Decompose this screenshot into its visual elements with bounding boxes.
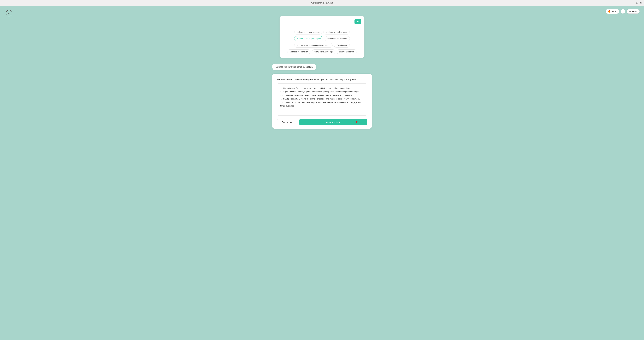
credits-value: 33675 — [612, 10, 617, 12]
main-content: ← 🔥 33675 + ↺ Reset ➤ Agile — [0, 6, 644, 340]
chips-panel: ➤ Agile development process Methods of r… — [280, 16, 364, 58]
regenerate-button[interactable]: Regenerate — [277, 119, 297, 125]
generate-ppt-label: Generate PPT — [326, 121, 340, 124]
app-title: Wondershare EdrawMind — [311, 2, 333, 4]
chip-product-decision[interactable]: Approaches to product decision-making — [294, 43, 332, 48]
result-intro-text: The PPT content outline has been generat… — [277, 78, 367, 81]
send-button[interactable]: ➤ — [354, 19, 361, 24]
chip-animated-ad[interactable]: animated advertisement — [325, 36, 350, 41]
chips-row-1: Agile development process Methods of rea… — [283, 30, 361, 34]
reset-icon: ↺ — [629, 10, 631, 12]
chips-row-3: Approaches to product decision-making Tr… — [283, 43, 361, 48]
messages-area: Sounds fun, let's find some inspiration … — [272, 64, 372, 129]
back-arrow-icon: ← — [8, 11, 10, 15]
chip-learning-program[interactable]: Learning Program — [337, 49, 357, 54]
generate-ppt-button[interactable]: Generate PPT ➤ — [299, 119, 367, 125]
chip-computer-knowledge[interactable]: Computer Knowledge — [312, 49, 335, 54]
send-icon: ➤ — [357, 20, 359, 23]
back-button[interactable]: ← — [6, 10, 12, 16]
chip-methods-promotion[interactable]: Methods of promotion — [287, 49, 310, 54]
chips-grid: Agile development process Methods of rea… — [283, 30, 361, 54]
maximize-button[interactable]: ❐ — [636, 1, 638, 4]
result-content-text: 1. Differentiation: Creating a unique br… — [280, 86, 364, 108]
chip-brand-positioning[interactable]: Brand Positioning Strategies — [294, 36, 323, 41]
titlebar: Wondershare EdrawMind — ❐ ✕ — [0, 0, 644, 6]
chip-travel-guide[interactable]: Travel Guide — [334, 43, 350, 48]
close-button[interactable]: ✕ — [640, 1, 642, 4]
credits-icon: 🔥 — [608, 10, 611, 13]
minimize-button[interactable]: — — [632, 1, 635, 4]
result-buttons: Regenerate Generate PPT ➤ — [277, 119, 367, 125]
search-input[interactable] — [283, 20, 354, 23]
add-credits-button[interactable]: + — [621, 9, 625, 13]
window-controls: — ❐ ✕ — [632, 1, 642, 4]
chips-row-2: Brand Positioning Strategies animated ad… — [283, 36, 361, 41]
user-message-bubble: Sounds fun, let's find some inspiration — [272, 64, 316, 70]
chips-row-4: Methods of promotion Computer Knowledge … — [283, 49, 361, 54]
content-wrapper: ➤ Agile development process Methods of r… — [0, 6, 644, 135]
result-content-box: 1. Differentiation: Creating a unique br… — [277, 83, 367, 116]
reset-button[interactable]: ↺ Reset — [626, 9, 640, 13]
result-panel: The PPT content outline has been generat… — [272, 74, 372, 129]
chip-reading-notes[interactable]: Methods of reading notes — [324, 30, 350, 34]
user-message-text: Sounds fun, let's find some inspiration — [276, 66, 313, 68]
credits-badge: 🔥 33675 — [606, 9, 619, 13]
top-toolbar: 🔥 33675 + ↺ Reset — [606, 9, 640, 13]
chip-agile[interactable]: Agile development process — [294, 30, 322, 34]
reset-label: Reset — [632, 10, 637, 12]
chips-input-row: ➤ — [283, 19, 361, 24]
cursor-icon: ➤ — [356, 120, 358, 124]
